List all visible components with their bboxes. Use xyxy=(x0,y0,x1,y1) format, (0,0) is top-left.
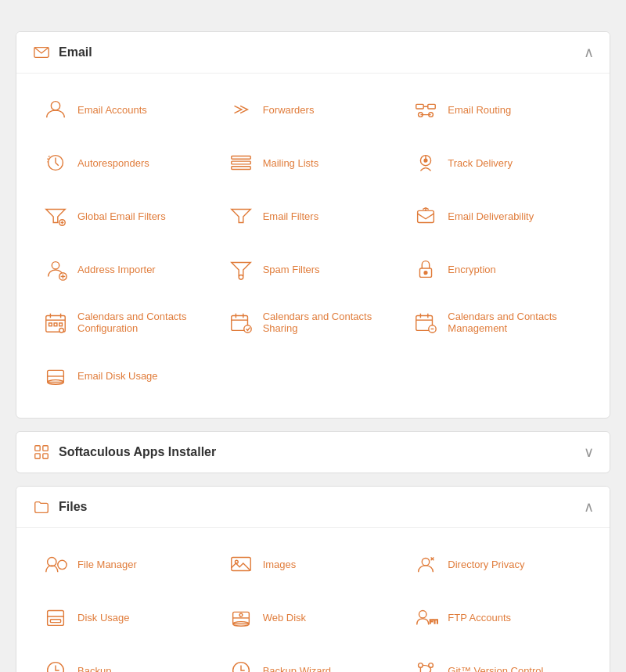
tool-label-mailing-lists: Mailing Lists xyxy=(263,157,319,169)
svg-point-23 xyxy=(52,262,59,269)
svg-rect-53 xyxy=(35,446,40,451)
tool-label-encryption: Encryption xyxy=(448,264,495,275)
svg-rect-54 xyxy=(43,446,48,451)
svg-rect-35 xyxy=(49,323,52,326)
tool-icon-backup xyxy=(41,656,70,672)
tool-item-disk-usage[interactable]: Disk Usage xyxy=(35,594,221,641)
tool-icon-email-disk-usage xyxy=(41,361,70,390)
tool-item-email-accounts[interactable]: Email Accounts xyxy=(35,86,221,133)
tool-icon-autoresponders xyxy=(41,149,70,177)
email-section-icon xyxy=(32,43,51,62)
chevron-softaculous: ∨ xyxy=(584,444,594,461)
tool-item-email-routing[interactable]: Email Routing xyxy=(405,86,591,133)
tool-item-forwarders[interactable]: Forwarders xyxy=(221,86,406,133)
tool-item-file-manager[interactable]: File Manager xyxy=(35,541,221,588)
svg-rect-55 xyxy=(35,454,40,458)
svg-marker-18 xyxy=(231,210,250,223)
tool-icon-email-filters xyxy=(227,202,255,230)
softaculous-section-icon xyxy=(32,443,51,462)
tool-item-ftp-accounts[interactable]: FTPFTP Accounts xyxy=(405,594,591,641)
tool-label-email-disk-usage: Email Disk Usage xyxy=(77,370,158,382)
svg-point-28 xyxy=(239,275,243,280)
tool-item-track-delivery[interactable]: Track Delivery xyxy=(405,139,591,186)
tool-label-web-disk: Web Disk xyxy=(263,612,306,623)
tool-icon-disk-usage xyxy=(41,603,70,631)
svg-rect-59 xyxy=(231,558,250,571)
svg-rect-9 xyxy=(231,156,250,160)
svg-point-43 xyxy=(243,325,250,332)
section-content-email: Email AccountsForwardersEmail RoutingAut… xyxy=(16,73,610,418)
tool-label-images: Images xyxy=(263,559,297,570)
svg-rect-56 xyxy=(43,454,48,458)
tool-item-email-deliverability[interactable]: Email Deliverability xyxy=(405,192,591,239)
svg-point-1 xyxy=(51,102,59,110)
tool-label-ftp-accounts: FTP Accounts xyxy=(448,612,511,623)
section-content-files: File ManagerImagesDirectory PrivacyDisk … xyxy=(16,527,610,672)
tool-label-autoresponders: Autoresponders xyxy=(77,157,149,169)
tool-icon-web-disk xyxy=(227,603,255,631)
tool-item-calendars-contacts-mgmt[interactable]: Calendars and Contacts Management xyxy=(405,299,591,346)
files-section-icon xyxy=(32,498,51,516)
tool-item-spam-filters[interactable]: Spam Filters xyxy=(221,246,406,293)
tool-icon-encryption xyxy=(412,255,440,283)
svg-rect-66 xyxy=(50,620,60,623)
section-header-files[interactable]: Files∧ xyxy=(16,487,610,527)
tool-label-directory-privacy: Directory Privacy xyxy=(448,559,524,570)
tool-label-address-importer: Address Importer xyxy=(77,264,156,275)
tool-icon-calendars-contacts-mgmt xyxy=(412,308,440,336)
tool-label-email-filters: Email Filters xyxy=(263,210,319,222)
svg-rect-64 xyxy=(48,611,64,626)
section-header-softaculous[interactable]: Softaculous Apps Installer∨ xyxy=(16,432,610,473)
tool-item-address-importer[interactable]: Address Importer xyxy=(35,246,221,293)
section-title-files: Files xyxy=(59,500,87,514)
svg-point-76 xyxy=(419,663,423,668)
svg-rect-2 xyxy=(416,104,423,109)
tool-icon-calendars-contacts-config xyxy=(41,308,70,336)
tool-item-directory-privacy[interactable]: Directory Privacy xyxy=(405,541,591,588)
tool-icon-git-version-control xyxy=(412,656,440,672)
section-header-email[interactable]: Email∧ xyxy=(16,32,610,73)
tool-icon-email-deliverability xyxy=(412,202,440,230)
svg-rect-10 xyxy=(231,161,250,164)
tool-item-mailing-lists[interactable]: Mailing Lists xyxy=(221,139,406,186)
svg-point-13 xyxy=(424,159,427,162)
svg-point-30 xyxy=(424,271,427,275)
tool-item-images[interactable]: Images xyxy=(221,541,406,588)
tool-label-backup-wizard: Backup Wizard xyxy=(263,665,331,673)
tool-label-calendars-contacts-config: Calendars and Contacts Configuration xyxy=(77,311,214,334)
tool-icon-backup-wizard xyxy=(227,656,255,672)
tool-item-email-disk-usage[interactable]: Email Disk Usage xyxy=(35,352,221,399)
svg-rect-3 xyxy=(428,104,435,109)
tool-label-track-delivery: Track Delivery xyxy=(448,157,513,169)
tool-label-calendars-contacts-mgmt: Calendars and Contacts Management xyxy=(448,311,585,334)
svg-point-71 xyxy=(419,611,426,618)
tool-item-backup-wizard[interactable]: Backup Wizard xyxy=(221,647,406,672)
tool-label-email-accounts: Email Accounts xyxy=(77,104,147,116)
tool-label-file-manager: File Manager xyxy=(77,559,137,570)
tool-icon-calendars-contacts-sharing xyxy=(227,308,255,336)
tool-item-calendars-contacts-sharing[interactable]: Calendars and Contacts Sharing xyxy=(221,299,406,346)
section-softaculous: Softaculous Apps Installer∨ xyxy=(16,431,610,473)
tool-icon-mailing-lists xyxy=(227,149,255,177)
tool-item-encryption[interactable]: Encryption xyxy=(405,246,591,293)
tool-icon-forwarders xyxy=(227,95,255,124)
tool-item-git-version-control[interactable]: Git™ Version Control xyxy=(405,647,591,672)
tool-item-backup[interactable]: Backup xyxy=(35,647,221,672)
tool-label-spam-filters: Spam Filters xyxy=(263,264,320,275)
tool-label-email-routing: Email Routing xyxy=(448,104,511,116)
tool-icon-email-accounts xyxy=(41,95,70,124)
tools-grid-email: Email AccountsForwardersEmail RoutingAut… xyxy=(35,86,591,399)
section-title-email: Email xyxy=(59,45,92,59)
tool-label-email-deliverability: Email Deliverability xyxy=(448,210,534,222)
tool-item-calendars-contacts-config[interactable]: Calendars and Contacts Configuration xyxy=(35,299,221,346)
tool-icon-global-email-filters xyxy=(41,202,70,230)
svg-rect-37 xyxy=(59,323,63,326)
tool-icon-address-importer xyxy=(41,255,70,283)
tool-item-web-disk[interactable]: Web Disk xyxy=(221,594,406,641)
tool-icon-track-delivery xyxy=(412,149,440,177)
tool-item-email-filters[interactable]: Email Filters xyxy=(221,192,406,239)
tool-item-autoresponders[interactable]: Autoresponders xyxy=(35,139,221,186)
tool-item-global-email-filters[interactable]: Global Email Filters xyxy=(35,192,221,239)
svg-rect-11 xyxy=(231,167,250,170)
section-title-softaculous: Softaculous Apps Installer xyxy=(59,445,216,459)
